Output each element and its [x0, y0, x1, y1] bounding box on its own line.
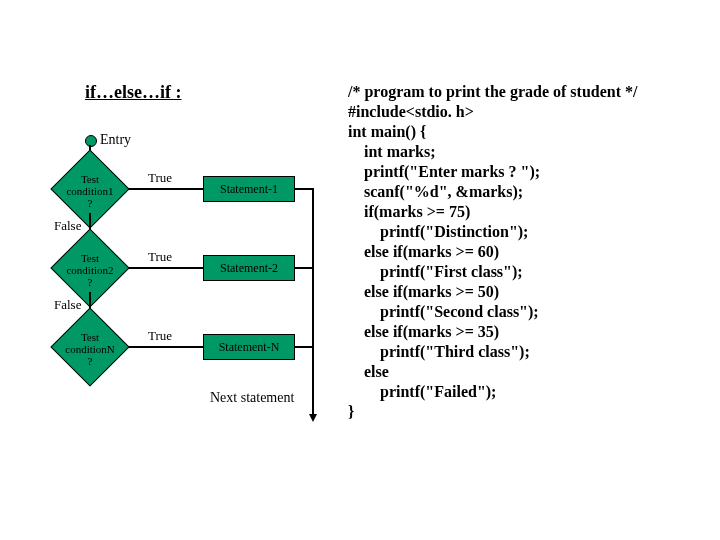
- false-label-2: False: [54, 297, 81, 313]
- true-label-n: True: [148, 328, 172, 344]
- entry-dot: [85, 135, 97, 147]
- decision-2-text: Test condition2 ?: [52, 244, 128, 288]
- connector: [128, 346, 203, 348]
- connector: [312, 188, 314, 416]
- decision-1: Test condition1 ?: [52, 165, 128, 213]
- arrowhead: [309, 414, 317, 422]
- connector: [294, 188, 314, 190]
- entry-label: Entry: [100, 132, 131, 148]
- decision-2: Test condition2 ?: [52, 244, 128, 292]
- decision-1-text: Test condition1 ?: [52, 165, 128, 209]
- decision-n-text: Test conditionN ?: [52, 323, 128, 367]
- connector: [128, 267, 203, 269]
- connector: [294, 346, 314, 348]
- false-label-1: False: [54, 218, 81, 234]
- connector: [128, 188, 203, 190]
- statement-2: Statement-2: [203, 255, 295, 281]
- diagram-title: if…else…if :: [85, 82, 181, 103]
- true-label-1: True: [148, 170, 172, 186]
- code-block: /* program to print the grade of student…: [348, 82, 637, 422]
- next-statement-label: Next statement: [210, 390, 294, 406]
- statement-1: Statement-1: [203, 176, 295, 202]
- connector: [294, 267, 314, 269]
- decision-n: Test conditionN ?: [52, 323, 128, 371]
- true-label-2: True: [148, 249, 172, 265]
- statement-n: Statement-N: [203, 334, 295, 360]
